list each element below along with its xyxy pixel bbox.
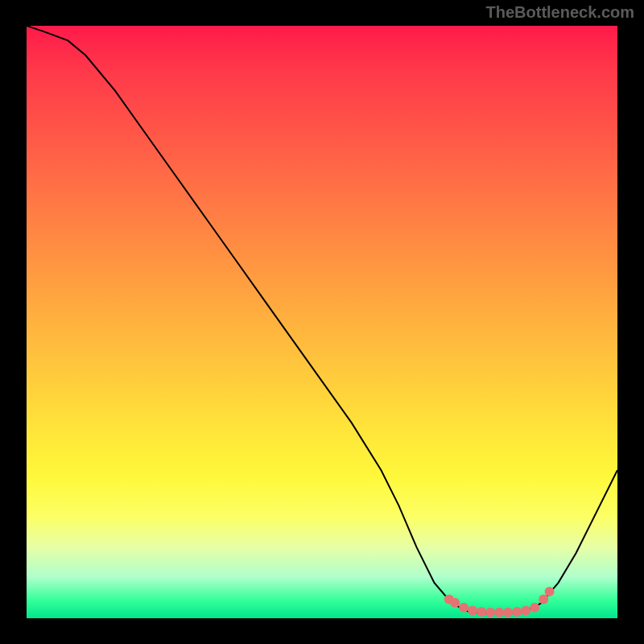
curve-marker xyxy=(539,594,548,604)
curve-marker xyxy=(545,587,555,597)
curve-marker xyxy=(521,605,530,615)
watermark-label: TheBottleneck.com xyxy=(486,3,634,22)
chart-plot-area xyxy=(27,26,617,618)
curve-marker xyxy=(450,598,460,608)
curve-marker xyxy=(494,608,504,617)
curve-marker xyxy=(512,607,522,617)
curve-marker xyxy=(477,607,486,617)
curve-marker xyxy=(459,603,469,613)
curve-marker xyxy=(468,605,477,615)
curve-marker xyxy=(530,603,539,613)
curve-overlay xyxy=(27,26,617,618)
curve-marker xyxy=(485,608,495,617)
bottleneck-curve xyxy=(27,26,617,613)
curve-marker xyxy=(503,608,513,617)
